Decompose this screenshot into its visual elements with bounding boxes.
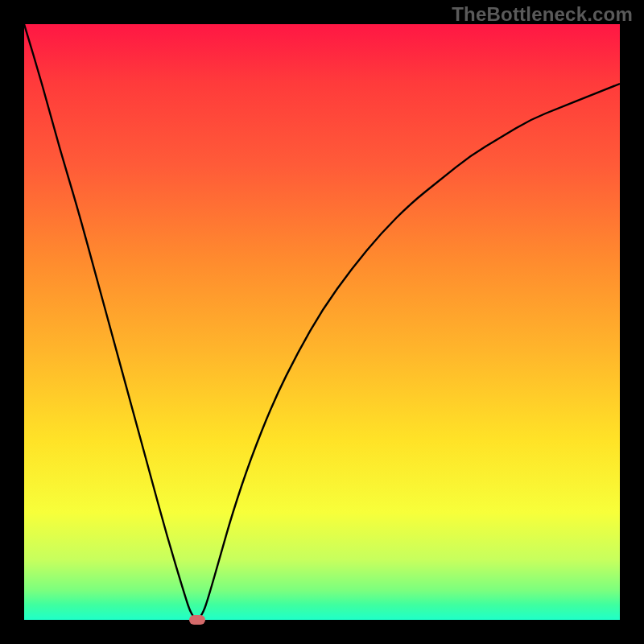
watermark-text: TheBottleneck.com (452, 3, 633, 26)
optimal-point-marker (189, 615, 205, 625)
gradient-rect (24, 24, 620, 620)
chart-frame: TheBottleneck.com (0, 0, 644, 644)
plot-area (24, 24, 620, 620)
plot-svg (24, 24, 620, 620)
